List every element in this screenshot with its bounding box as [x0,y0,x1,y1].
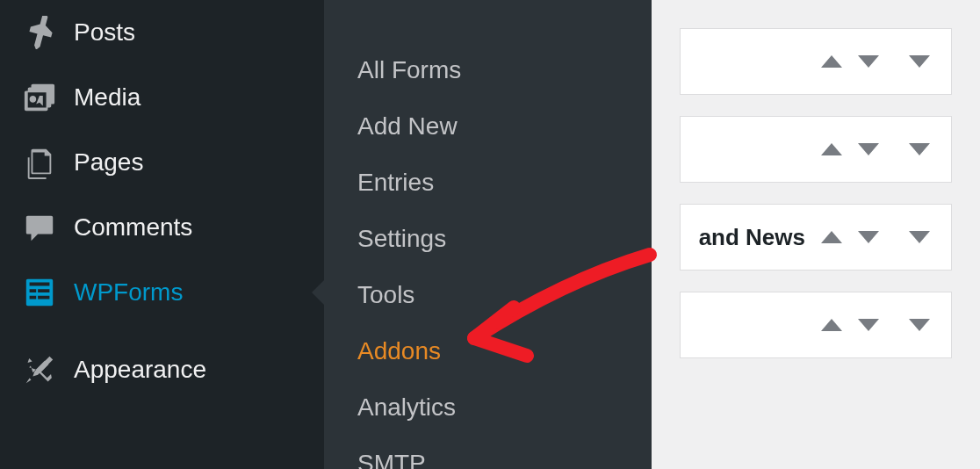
submenu-item-tools[interactable]: Tools [324,267,652,323]
submenu-item-all-forms[interactable]: All Forms [324,42,652,98]
sidebar-item-label: Pages [74,148,143,177]
caret-down-icon[interactable] [858,55,879,68]
pages-icon [21,144,58,181]
admin-sidebar: Posts Media Pages Comments WPForms Appea… [0,0,324,469]
caret-down-icon[interactable] [858,143,879,155]
widget-box[interactable] [680,292,952,358]
caret-up-icon[interactable] [821,231,842,243]
sidebar-separator [0,325,324,337]
comments-icon [21,209,58,246]
widget-box[interactable]: and News [680,204,952,271]
sidebar-item-label: Comments [74,213,192,242]
content-area: and News [652,0,980,469]
caret-up-icon[interactable] [821,55,842,68]
widget-title: and News [699,224,805,251]
wpforms-submenu: All Forms Add New Entries Settings Tools… [324,0,652,469]
submenu-item-smtp[interactable]: SMTP [324,436,652,469]
sidebar-item-media[interactable]: Media [0,65,324,130]
sidebar-item-label: WPForms [74,278,183,307]
submenu-item-analytics[interactable]: Analytics [324,379,652,436]
media-icon [21,79,58,116]
pushpin-icon [21,14,58,51]
widget-box[interactable] [680,116,952,183]
sidebar-item-label: Media [74,83,141,112]
widget-box[interactable] [680,28,952,95]
caret-toggle-icon[interactable] [909,319,930,331]
wpforms-icon [21,274,58,311]
sidebar-item-label: Posts [74,18,135,47]
submenu-item-entries[interactable]: Entries [324,155,652,211]
caret-up-icon[interactable] [821,319,842,331]
submenu-item-settings[interactable]: Settings [324,211,652,267]
sidebar-item-wpforms[interactable]: WPForms [0,260,324,325]
caret-toggle-icon[interactable] [909,55,930,68]
sidebar-item-appearance[interactable]: Appearance [0,337,324,402]
caret-toggle-icon[interactable] [909,143,930,155]
submenu-item-add-new[interactable]: Add New [324,98,652,155]
caret-up-icon[interactable] [821,143,842,155]
caret-down-icon[interactable] [858,231,879,243]
sidebar-item-posts[interactable]: Posts [0,0,324,65]
sidebar-item-comments[interactable]: Comments [0,195,324,260]
appearance-icon [21,351,58,388]
sidebar-item-label: Appearance [74,356,206,384]
caret-down-icon[interactable] [858,319,879,331]
sidebar-item-pages[interactable]: Pages [0,130,324,195]
caret-toggle-icon[interactable] [909,231,930,243]
submenu-item-addons[interactable]: Addons [324,323,652,379]
